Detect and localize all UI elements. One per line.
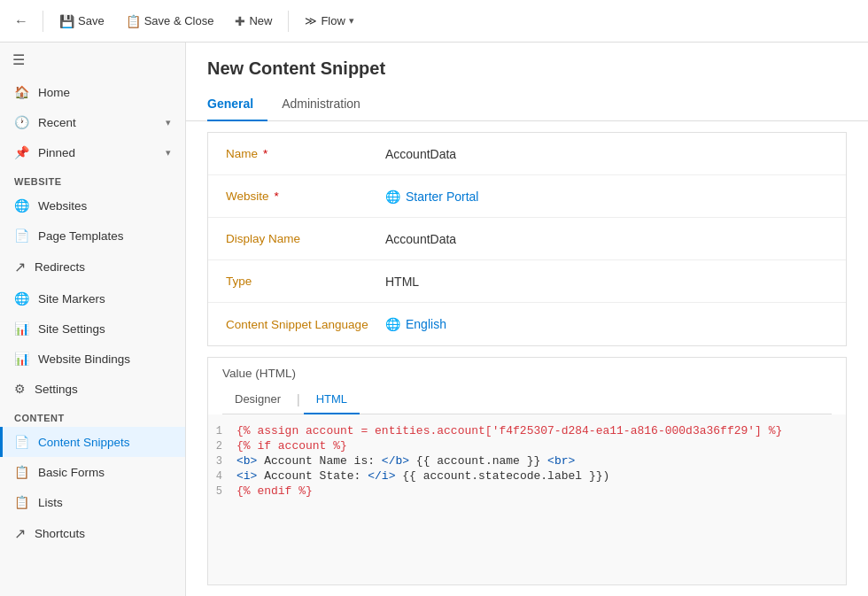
sidebar-item-label: Site Markers	[38, 292, 105, 306]
new-icon: ✚	[235, 14, 245, 28]
line-number: 1	[208, 425, 236, 437]
website-section-label: Website	[0, 167, 185, 190]
globe-icon: 🌐	[14, 198, 29, 213]
sidebar-item-websites[interactable]: 🌐 Websites	[0, 190, 185, 221]
redirect-icon: ↗	[14, 259, 26, 275]
form-row-content-snippet-language: Content Snippet Language 🌐 English	[208, 303, 846, 345]
code-content: Account Name is:	[257, 454, 381, 468]
sidebar-item-label: Redirects	[35, 260, 85, 274]
sidebar-item-basic-forms[interactable]: 📋 Basic Forms	[0, 457, 185, 487]
code-tab-designer[interactable]: Designer	[222, 387, 293, 414]
sidebar-item-shortcuts[interactable]: ↗ Shortcuts	[0, 517, 185, 550]
code-body: 1 {% assign account = entities.account['…	[208, 414, 846, 584]
form-row-type: Type HTML	[208, 260, 846, 303]
display-name-label: Display Name	[226, 232, 385, 245]
sidebar-item-site-settings[interactable]: 📊 Site Settings	[0, 313, 185, 344]
form-section: Name * AccountData Website * 🌐 Starter P…	[207, 132, 847, 346]
flow-chevron-icon: ▾	[349, 15, 354, 27]
page-tabs: General Administration	[186, 89, 868, 121]
line-number: 2	[208, 440, 236, 453]
flow-icon: ≫	[305, 14, 317, 27]
chevron-down-icon: ▾	[166, 147, 171, 159]
form-row-display-name: Display Name AccountData	[208, 218, 846, 260]
code-content: <br>	[547, 454, 575, 468]
code-title: Value (HTML)	[222, 367, 832, 380]
sidebar-item-page-templates[interactable]: 📄 Page Templates	[0, 221, 185, 251]
line-number: 4	[208, 470, 236, 483]
line-number: 3	[208, 455, 236, 468]
toolbar-divider-1	[43, 11, 43, 32]
sidebar-item-content-snippets[interactable]: 📄 Content Snippets	[0, 427, 185, 457]
website-label: Website *	[226, 190, 385, 203]
sidebar-item-lists[interactable]: 📋 Lists	[0, 487, 185, 517]
flow-button[interactable]: ≫ Flow ▾	[296, 9, 362, 33]
sidebar-item-label: Settings	[35, 383, 78, 396]
sidebar-item-label: Page Templates	[38, 229, 124, 243]
sidebar-item-recent[interactable]: 🕐 Recent ▾	[0, 107, 185, 137]
content-snippets-icon: 📄	[14, 435, 29, 449]
website-required: *	[275, 190, 279, 203]
sidebar-item-site-markers[interactable]: 🌐 Site Markers	[0, 283, 185, 313]
save-label: Save	[78, 14, 105, 27]
code-content: {{ account.name }}	[409, 454, 547, 468]
sidebar-item-label: Shortcuts	[35, 527, 85, 540]
sidebar-item-pinned[interactable]: 📌 Pinned ▾	[0, 137, 185, 167]
code-tabs: Designer | HTML	[222, 387, 832, 414]
code-line-4: 4 <i> Account State: </i> {{ account.sta…	[208, 468, 846, 484]
sidebar-item-label: Website Bindings	[38, 352, 130, 366]
shortcuts-icon: ↗	[14, 525, 26, 542]
back-button[interactable]: ←	[7, 8, 35, 35]
content-snippet-language-value[interactable]: 🌐 English	[385, 317, 828, 331]
code-content: {{ account.statecode.label }})	[395, 469, 609, 483]
display-name-value: AccountData	[385, 232, 828, 246]
name-label: Name *	[226, 147, 385, 160]
sidebar-item-label: Lists	[38, 496, 63, 509]
sidebar: ☰ 🏠 Home 🕐 Recent ▾ 📌 Pinned ▾ Website 🌐…	[0, 43, 186, 596]
sidebar-item-label: Home	[38, 86, 70, 99]
new-button[interactable]: ✚ New	[226, 9, 281, 34]
sidebar-item-label: Pinned	[38, 146, 75, 159]
save-button[interactable]: 💾 Save	[50, 9, 113, 34]
chevron-down-icon: ▾	[166, 117, 171, 128]
settings-icon: ⚙	[14, 382, 26, 396]
code-line-5: 5 {% endif %}	[208, 484, 846, 499]
language-link-text: English	[406, 317, 446, 331]
sidebar-item-redirects[interactable]: ↗ Redirects	[0, 251, 185, 283]
page-title: New Content Snippet	[207, 58, 847, 79]
website-link-text: Starter Portal	[406, 190, 478, 204]
site-markers-icon: 🌐	[14, 291, 29, 306]
website-value[interactable]: 🌐 Starter Portal	[385, 190, 828, 204]
form-row-website: Website * 🌐 Starter Portal	[208, 175, 846, 218]
home-icon: 🏠	[14, 85, 29, 99]
sidebar-item-label: Site Settings	[38, 322, 105, 336]
sidebar-item-label: Content Snippets	[38, 436, 130, 449]
toolbar-divider-2	[288, 11, 289, 32]
toolbar: ← 💾 Save 📋 Save & Close ✚ New ≫ Flow ▾	[0, 0, 868, 43]
code-content: </i>	[368, 469, 395, 483]
globe-icon: 🌐	[385, 190, 400, 204]
sidebar-item-settings[interactable]: ⚙ Settings	[0, 374, 185, 404]
code-content: <b>	[236, 454, 257, 468]
sidebar-item-label: Websites	[38, 199, 87, 213]
flow-label: Flow	[321, 14, 345, 27]
save-close-icon: 📋	[126, 14, 141, 28]
recent-icon: 🕐	[14, 115, 29, 129]
code-section: Value (HTML) Designer | HTML 1 {% assign…	[207, 357, 847, 585]
sidebar-item-home[interactable]: 🏠 Home	[0, 77, 185, 107]
name-value: AccountData	[385, 147, 828, 161]
content-snippet-language-label: Content Snippet Language	[226, 318, 385, 331]
type-value: HTML	[385, 275, 828, 289]
code-content: {% assign account = entities.account['f4…	[236, 424, 782, 437]
save-close-label: Save & Close	[144, 14, 214, 27]
save-close-button[interactable]: 📋 Save & Close	[117, 9, 223, 34]
tab-administration[interactable]: Administration	[267, 89, 375, 121]
save-icon: 💾	[59, 14, 74, 28]
new-label: New	[249, 14, 272, 27]
content-area: New Content Snippet General Administrati…	[186, 43, 868, 596]
code-content: Account State:	[257, 469, 368, 483]
code-tab-divider: |	[293, 387, 304, 414]
sidebar-item-website-bindings[interactable]: 📊 Website Bindings	[0, 344, 185, 374]
hamburger-button[interactable]: ☰	[0, 43, 185, 77]
tab-general[interactable]: General	[207, 89, 267, 121]
code-tab-html[interactable]: HTML	[304, 387, 360, 414]
